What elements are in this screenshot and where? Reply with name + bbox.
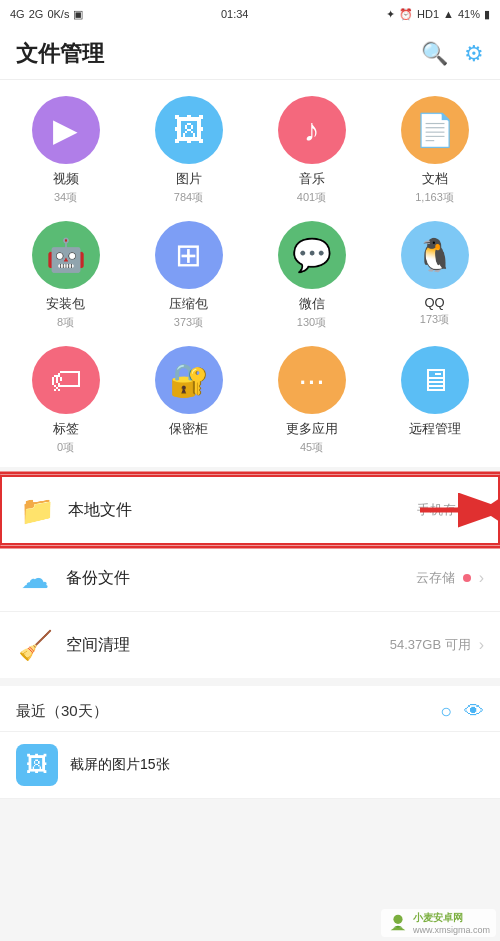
app-icon-video: ▶ (32, 96, 100, 164)
bluetooth-icon: ✦ (386, 8, 395, 21)
app-label-photo: 图片 (176, 170, 202, 188)
list-right-label-backup: 云存储 (416, 569, 455, 587)
app-item-zip[interactable]: ⊞压缩包373项 (131, 221, 246, 330)
signal-text: 4G (10, 8, 25, 20)
app-item-more[interactable]: ···更多应用45项 (254, 346, 369, 455)
recent-eye-icon[interactable]: 👁 (464, 700, 484, 723)
list-icon-backup: ☁ (16, 559, 54, 597)
recent-item-screenshot[interactable]: 🖼 截屏的图片15张 (0, 732, 500, 799)
list-chevron-clean: › (479, 636, 484, 654)
network-icon: ▣ (73, 8, 83, 21)
recent-item-thumbnail: 🖼 (16, 744, 58, 786)
app-label-video: 视频 (53, 170, 79, 188)
app-count-more: 45项 (300, 440, 323, 455)
app-count-zip: 373项 (174, 315, 203, 330)
recent-list-icon[interactable]: ○ (440, 700, 452, 723)
app-count-qq: 173项 (420, 312, 449, 327)
recent-header-icons: ○ 👁 (440, 700, 484, 723)
watermark-logo (387, 912, 409, 934)
watermark-url: www.xmsigma.com (413, 925, 490, 935)
app-label-vault: 保密柜 (169, 420, 208, 438)
status-bar: 4G 2G 0K/s ▣ 01:34 ✦ ⏰ HD1 ▲ 41% ▮ (0, 0, 500, 28)
app-label-music: 音乐 (299, 170, 325, 188)
watermark-name: 小麦安卓网 (413, 911, 490, 925)
app-item-remote[interactable]: 🖥远程管理 (377, 346, 492, 455)
list-chevron-local: › (477, 501, 482, 519)
app-count-apk: 8项 (57, 315, 74, 330)
app-icon-music: ♪ (278, 96, 346, 164)
list-item-clean[interactable]: 🧹空间清理54.37GB 可用› (0, 612, 500, 678)
app-item-qq[interactable]: 🐧QQ173项 (377, 221, 492, 330)
app-count-wechat: 130项 (297, 315, 326, 330)
list-right-local: 手机存储› (417, 501, 482, 519)
app-count-music: 401项 (297, 190, 326, 205)
app-count-photo: 784项 (174, 190, 203, 205)
search-icon[interactable]: 🔍 (421, 41, 448, 67)
app-item-vault[interactable]: 🔐保密柜 (131, 346, 246, 455)
app-icon-wechat: 💬 (278, 221, 346, 289)
watermark: 小麦安卓网 www.xmsigma.com (381, 909, 496, 937)
app-icon-apk: 🤖 (32, 221, 100, 289)
status-left: 4G 2G 0K/s ▣ (10, 8, 83, 21)
app-icon-more: ··· (278, 346, 346, 414)
app-count-tag: 0项 (57, 440, 74, 455)
app-item-doc[interactable]: 📄文档1,163项 (377, 96, 492, 205)
list-label-clean: 空间清理 (66, 635, 390, 656)
recent-section: 最近（30天） ○ 👁 🖼 截屏的图片15张 (0, 686, 500, 799)
recent-item-label: 截屏的图片15张 (70, 756, 170, 774)
alarm-icon: ⏰ (399, 8, 413, 21)
app-label-doc: 文档 (422, 170, 448, 188)
app-item-wechat[interactable]: 💬微信130项 (254, 221, 369, 330)
app-icon-tag: 🏷 (32, 346, 100, 414)
app-header: 文件管理 🔍 ⚙ (0, 28, 500, 80)
app-item-photo[interactable]: 🖼图片784项 (131, 96, 246, 205)
app-icon-photo: 🖼 (155, 96, 223, 164)
battery-text: 41% (458, 8, 480, 20)
page-title: 文件管理 (16, 39, 104, 69)
list-icon-clean: 🧹 (16, 626, 54, 664)
status-time: 01:34 (221, 8, 249, 20)
app-icon-doc: 📄 (401, 96, 469, 164)
app-icon-remote: 🖥 (401, 346, 469, 414)
list-right-label-clean: 54.37GB 可用 (390, 636, 471, 654)
list-label-backup: 备份文件 (66, 568, 416, 589)
app-label-tag: 标签 (53, 420, 79, 438)
list-right-label-local: 手机存储 (417, 501, 469, 519)
list-right-clean: 54.37GB 可用› (390, 636, 484, 654)
list-chevron-backup: › (479, 569, 484, 587)
app-item-tag[interactable]: 🏷标签0项 (8, 346, 123, 455)
recent-title: 最近（30天） (16, 702, 108, 721)
app-label-more: 更多应用 (286, 420, 338, 438)
speed-text: 0K/s (47, 8, 69, 20)
apps-grid: ▶视频34项🖼图片784项♪音乐401项📄文档1,163项🤖安装包8项⊞压缩包3… (8, 96, 492, 455)
app-count-doc: 1,163项 (415, 190, 454, 205)
signal2-text: 2G (29, 8, 44, 20)
list-label-local: 本地文件 (68, 500, 417, 521)
app-icon-vault: 🔐 (155, 346, 223, 414)
app-count-video: 34项 (54, 190, 77, 205)
hd-icon: HD1 (417, 8, 439, 20)
list-item-backup[interactable]: ☁备份文件云存储› (0, 545, 500, 612)
recent-header: 最近（30天） ○ 👁 (0, 686, 500, 732)
list-right-backup: 云存储› (416, 569, 484, 587)
app-icon-zip: ⊞ (155, 221, 223, 289)
app-item-video[interactable]: ▶视频34项 (8, 96, 123, 205)
header-actions: 🔍 ⚙ (421, 41, 484, 67)
app-label-zip: 压缩包 (169, 295, 208, 313)
app-item-music[interactable]: ♪音乐401项 (254, 96, 369, 205)
status-right: ✦ ⏰ HD1 ▲ 41% ▮ (386, 8, 490, 21)
list-item-local[interactable]: 📁本地文件手机存储› (0, 475, 500, 545)
svg-point-0 (393, 915, 402, 924)
app-icon-qq: 🐧 (401, 221, 469, 289)
app-label-remote: 远程管理 (409, 420, 461, 438)
settings-icon[interactable]: ⚙ (464, 41, 484, 67)
list-dot-backup (463, 574, 471, 582)
app-label-wechat: 微信 (299, 295, 325, 313)
app-label-apk: 安装包 (46, 295, 85, 313)
app-item-apk[interactable]: 🤖安装包8项 (8, 221, 123, 330)
apps-section: ▶视频34项🖼图片784项♪音乐401项📄文档1,163项🤖安装包8项⊞压缩包3… (0, 80, 500, 467)
battery-icon: ▮ (484, 8, 490, 21)
list-icon-local: 📁 (18, 491, 56, 529)
list-section: 📁本地文件手机存储›☁备份文件云存储›🧹空间清理54.37GB 可用› (0, 475, 500, 678)
wifi-icon: ▲ (443, 8, 454, 20)
